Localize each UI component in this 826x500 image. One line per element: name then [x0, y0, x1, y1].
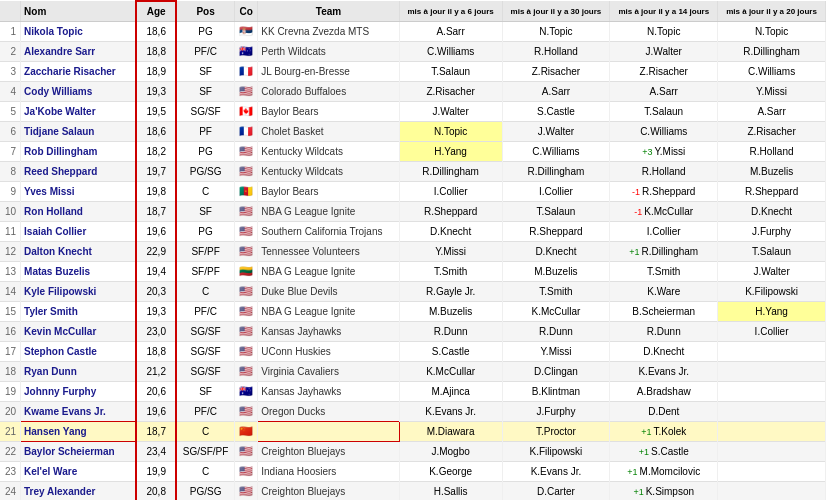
rank-20days	[718, 442, 826, 462]
player-name[interactable]: Alexandre Sarr	[21, 42, 137, 62]
table-row: 20Kwame Evans Jr.19,6PF/C🇺🇸Oregon DucksK…	[0, 402, 826, 422]
player-name[interactable]: Zaccharie Risacher	[21, 62, 137, 82]
player-name[interactable]: Kel'el Ware	[21, 462, 137, 482]
player-pos: SF	[176, 62, 235, 82]
row-number: 16	[0, 322, 21, 342]
rank-6days: D.Knecht	[399, 222, 502, 242]
player-team: Virginia Cavaliers	[258, 362, 399, 382]
player-name[interactable]: Ja'Kobe Walter	[21, 102, 137, 122]
player-name[interactable]: Johnny Furphy	[21, 382, 137, 402]
player-country: 🇺🇸	[235, 242, 258, 262]
rank-6days: N.Topic	[399, 122, 502, 142]
player-age: 20,3	[136, 282, 176, 302]
player-name[interactable]: Tidjane Salaun	[21, 122, 137, 142]
col-h20: mis à jour il y a 20 jours	[718, 1, 826, 22]
rank-6days: J.Mogbo	[399, 442, 502, 462]
player-team: Indiana Hoosiers	[258, 462, 399, 482]
rank-20days: Y.Missi	[718, 82, 826, 102]
player-name[interactable]: Cody Williams	[21, 82, 137, 102]
player-pos: PF	[176, 122, 235, 142]
table-row: 17Stephon Castle18,8SG/SF🇺🇸UConn Huskies…	[0, 342, 826, 362]
rank-diff-14: +1	[633, 487, 643, 497]
player-country: 🇺🇸	[235, 82, 258, 102]
col-num	[0, 1, 21, 22]
player-pos: C	[176, 422, 235, 442]
player-name[interactable]: Kyle Filipowski	[21, 282, 137, 302]
rank-30days: R.Dunn	[502, 322, 610, 342]
player-team: Southern California Trojans	[258, 222, 399, 242]
rank-6days: M.Diawara	[399, 422, 502, 442]
row-number: 8	[0, 162, 21, 182]
player-name[interactable]: Ron Holland	[21, 202, 137, 222]
player-name[interactable]: Dalton Knecht	[21, 242, 137, 262]
rank-20days: M.Buzelis	[718, 162, 826, 182]
rank-30days: Z.Risacher	[502, 62, 610, 82]
row-number: 13	[0, 262, 21, 282]
player-age: 19,3	[136, 82, 176, 102]
player-country: 🇨🇳	[235, 422, 258, 442]
rank-14days: J.Walter	[610, 42, 718, 62]
player-name[interactable]: Kwame Evans Jr.	[21, 402, 137, 422]
rank-6days: T.Smith	[399, 262, 502, 282]
row-number: 24	[0, 482, 21, 501]
player-team: NBA G League Ignite	[258, 262, 399, 282]
rank-30days: K.Evans Jr.	[502, 462, 610, 482]
rank-20days	[718, 422, 826, 442]
player-pos: PG	[176, 142, 235, 162]
player-country: 🇺🇸	[235, 402, 258, 422]
player-pos: PF/C	[176, 402, 235, 422]
table-row: 3Zaccharie Risacher18,9SF🇫🇷JL Bourg-en-B…	[0, 62, 826, 82]
player-name[interactable]: Trey Alexander	[21, 482, 137, 501]
row-number: 5	[0, 102, 21, 122]
col-age: Age	[136, 1, 176, 22]
player-name[interactable]: Rob Dillingham	[21, 142, 137, 162]
player-name[interactable]: Kevin McCullar	[21, 322, 137, 342]
table-row: 14Kyle Filipowski20,3C🇺🇸Duke Blue Devils…	[0, 282, 826, 302]
row-number: 23	[0, 462, 21, 482]
player-age: 23,4	[136, 442, 176, 462]
rank-14days: K.Evans Jr.	[610, 362, 718, 382]
player-name[interactable]: Reed Sheppard	[21, 162, 137, 182]
table-row: 23Kel'el Ware19,9C🇺🇸Indiana HoosiersK.Ge…	[0, 462, 826, 482]
rank-20days: C.Williams	[718, 62, 826, 82]
rank-14days: N.Topic	[610, 22, 718, 42]
player-team: Kansas Jayhawks	[258, 322, 399, 342]
player-team: KK Crevna Zvezda MTS	[258, 22, 399, 42]
player-team: Tennessee Volunteers	[258, 242, 399, 262]
player-age: 18,7	[136, 202, 176, 222]
player-country: 🇺🇸	[235, 222, 258, 242]
row-number: 10	[0, 202, 21, 222]
player-name[interactable]: Ryan Dunn	[21, 362, 137, 382]
rank-30days: S.Castle	[502, 102, 610, 122]
rank-diff-14: +1	[641, 427, 651, 437]
player-team	[258, 422, 399, 442]
player-pos: PG	[176, 222, 235, 242]
player-name[interactable]: Stephon Castle	[21, 342, 137, 362]
player-age: 20,8	[136, 482, 176, 501]
row-number: 20	[0, 402, 21, 422]
player-name[interactable]: Isaiah Collier	[21, 222, 137, 242]
player-country: 🇺🇸	[235, 282, 258, 302]
rank-20days	[718, 382, 826, 402]
row-number: 21	[0, 422, 21, 442]
player-name[interactable]: Baylor Scheierman	[21, 442, 137, 462]
player-name[interactable]: Matas Buzelis	[21, 262, 137, 282]
player-age: 19,4	[136, 262, 176, 282]
player-name[interactable]: Hansen Yang	[21, 422, 137, 442]
rank-6days: M.Buzelis	[399, 302, 502, 322]
rank-20days	[718, 362, 826, 382]
player-country: 🇺🇸	[235, 162, 258, 182]
rank-20days	[718, 342, 826, 362]
rank-30days: R.Holland	[502, 42, 610, 62]
player-team: Kentucky Wildcats	[258, 142, 399, 162]
rank-30days: T.Smith	[502, 282, 610, 302]
player-pos: SG/SF	[176, 102, 235, 122]
player-country: 🇷🇸	[235, 22, 258, 42]
player-name[interactable]: Tyler Smith	[21, 302, 137, 322]
player-name[interactable]: Nikola Topic	[21, 22, 137, 42]
col-pos: Pos	[176, 1, 235, 22]
player-name[interactable]: Yves Missi	[21, 182, 137, 202]
table-row: 19Johnny Furphy20,6SF🇦🇺Kansas JayhawksM.…	[0, 382, 826, 402]
rank-20days: D.Knecht	[718, 202, 826, 222]
player-age: 19,9	[136, 462, 176, 482]
